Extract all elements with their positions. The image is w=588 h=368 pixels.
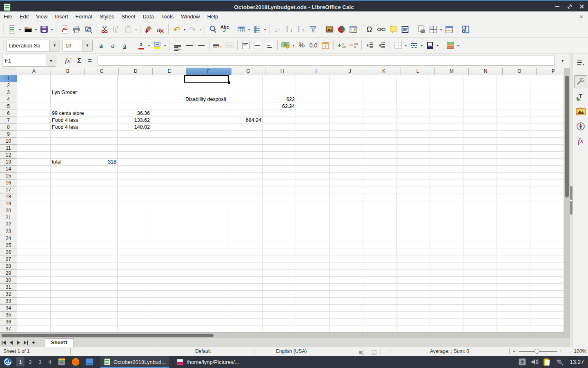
undo-dropdown[interactable]: ▾ — [183, 24, 187, 35]
column-header-D[interactable]: D — [118, 68, 153, 75]
print-button[interactable] — [70, 24, 82, 35]
row-header-9[interactable]: 9 — [0, 131, 17, 138]
sheet-tab-sheet1[interactable]: Sheet1 — [45, 338, 74, 347]
column-header-H[interactable]: H — [265, 68, 299, 75]
column-header-G[interactable]: G — [231, 68, 265, 75]
row-header-22[interactable]: 22 — [0, 221, 17, 228]
task-libreoffice-calc[interactable]: October2018Lynbud... — [100, 356, 169, 368]
headers-footers-button[interactable] — [415, 24, 427, 35]
sidebar-navigator-icon[interactable] — [575, 120, 587, 132]
toolbar-grip[interactable] — [2, 40, 5, 50]
delete-decimal-button[interactable]: −.00.0 — [347, 40, 359, 51]
percent-format-button[interactable]: % — [296, 40, 307, 51]
firefox-icon[interactable] — [71, 357, 80, 367]
clone-formatting-button[interactable] — [143, 24, 154, 35]
number-format-button[interactable]: 0.0 — [307, 40, 319, 51]
cell-G7[interactable]: 684.24 — [229, 117, 263, 124]
sidebar-gallery-icon[interactable] — [575, 105, 587, 118]
row-header-21[interactable]: 21 — [0, 214, 17, 221]
zoom-slider-handle[interactable] — [535, 349, 539, 354]
split-window-button[interactable] — [443, 24, 455, 35]
menu-tools[interactable]: Tools — [158, 12, 177, 21]
column-header-F[interactable]: F — [186, 68, 232, 75]
row-header-26[interactable]: 26 — [0, 249, 17, 256]
row-header-33[interactable]: 33 — [0, 298, 17, 305]
column-header-C[interactable]: C — [85, 68, 119, 75]
font-size-combo[interactable]: 10 ▼ — [62, 40, 93, 52]
merge-cells-button[interactable] — [223, 40, 235, 51]
network-icon[interactable]: ✕ — [555, 358, 564, 366]
conditional-formatting-button[interactable] — [444, 40, 456, 51]
freeze-dropdown[interactable]: ▾ — [439, 24, 443, 35]
column-header-E[interactable]: E — [152, 68, 186, 75]
border-color-button[interactable] — [424, 40, 436, 51]
insert-column-button[interactable] — [251, 24, 263, 35]
row-header-8[interactable]: 8 — [0, 124, 17, 131]
clear-formatting-button[interactable]: a — [154, 24, 166, 35]
equals-icon[interactable]: = — [85, 56, 95, 66]
row-header-37[interactable]: 37 — [0, 325, 17, 332]
column-header-N[interactable]: N — [468, 68, 503, 75]
archive-manager-icon[interactable] — [57, 357, 67, 367]
language-label[interactable]: English (USA) — [254, 347, 329, 356]
cell-B7[interactable]: Food 4 less — [51, 117, 84, 124]
clock-label[interactable]: 13:27 — [570, 359, 584, 365]
minimize-button[interactable] — [555, 4, 560, 9]
menu-format[interactable]: Format — [72, 12, 96, 21]
currency-dropdown[interactable]: ▾ — [292, 40, 296, 51]
row-header-32[interactable]: 32 — [0, 291, 17, 298]
row-header-5[interactable]: 5 — [0, 103, 17, 110]
row-header-20[interactable]: 20 — [0, 207, 17, 214]
new-dropdown[interactable]: ▾ — [18, 24, 22, 35]
paste-button[interactable] — [122, 24, 134, 35]
cell-D7[interactable]: 133.62 — [118, 117, 151, 124]
redo-button[interactable]: ↷ — [187, 24, 198, 35]
menu-edit[interactable]: Edit — [16, 12, 32, 21]
sort-descending-button[interactable]: ↓ — [283, 24, 295, 35]
bold-button[interactable]: a — [95, 40, 107, 51]
open-dropdown[interactable]: ▾ — [34, 24, 38, 35]
close-button[interactable] — [579, 4, 585, 9]
column-header-J[interactable]: J — [333, 68, 367, 75]
insert-chart-button[interactable] — [335, 24, 347, 35]
align-right-button[interactable] — [195, 40, 207, 51]
row-header-23[interactable]: 23 — [0, 228, 17, 235]
insert-row-button[interactable] — [235, 24, 247, 35]
column-dropdown[interactable]: ▾ — [263, 24, 267, 35]
zoom-out-icon[interactable]: − — [512, 347, 515, 356]
row-header-18[interactable]: 18 — [0, 193, 17, 200]
row-header-13[interactable]: 13 — [0, 159, 17, 166]
font-color-dropdown[interactable]: ▾ — [147, 40, 151, 51]
row-header-1[interactable]: 1 — [0, 75, 17, 82]
row-header-25[interactable]: 25 — [0, 242, 17, 249]
conditional-formatting-dropdown[interactable]: ▾ — [456, 40, 460, 51]
cell-F4[interactable]: Disability desposit — [184, 96, 229, 103]
menu-view[interactable]: View — [32, 12, 51, 21]
print-preview-button[interactable] — [82, 24, 94, 35]
average-sum-label[interactable]: Average: ; Sum: 0 — [390, 347, 509, 356]
horizontal-scrollbar[interactable] — [0, 332, 564, 338]
font-size-dropdown[interactable]: ▼ — [82, 40, 92, 51]
maximize-button[interactable] — [567, 4, 572, 9]
first-sheet-icon[interactable] — [0, 339, 7, 346]
wrap-text-button[interactable]: ↩ — [212, 40, 223, 51]
row-header-29[interactable]: 29 — [0, 270, 17, 277]
insert-pivot-table-button[interactable] — [347, 24, 359, 35]
previous-sheet-icon[interactable] — [7, 339, 15, 346]
cell-C13[interactable]: 318 — [84, 159, 118, 166]
row-header-4[interactable]: 4 — [0, 96, 17, 103]
horizontal-scrollbar-thumb[interactable] — [2, 334, 214, 337]
export-pdf-button[interactable] — [58, 24, 70, 35]
font-name-dropdown[interactable]: ▼ — [49, 40, 60, 51]
column-header-L[interactable]: L — [401, 68, 435, 75]
save-button[interactable] — [38, 24, 50, 35]
row-header-16[interactable]: 16 — [0, 180, 17, 186]
cells-area[interactable]: Lyn GrocerDisability desposit62262.2499 … — [17, 75, 564, 332]
insert-comment-button[interactable] — [387, 24, 399, 35]
add-decimal-button[interactable]: +.0.00 — [336, 40, 347, 51]
cell-B13[interactable]: total — [51, 159, 84, 166]
row-header-6[interactable]: 6 — [0, 110, 17, 117]
next-sheet-icon[interactable] — [15, 339, 22, 346]
insert-hyperlink-button[interactable] — [375, 24, 387, 35]
spelling-button[interactable]: Abc✓ — [219, 24, 231, 35]
